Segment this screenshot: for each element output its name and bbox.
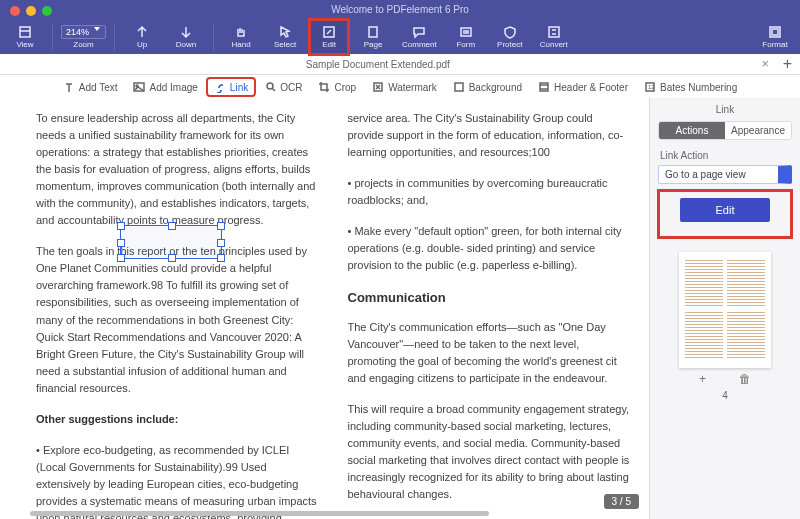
tab-add-button[interactable]: + (775, 55, 800, 73)
arrow-up-icon (135, 25, 149, 39)
resize-handle[interactable] (217, 222, 225, 230)
page-button[interactable]: Page (354, 20, 392, 54)
main-toolbar: View 214% Zoom Up Down Hand Select Edit … (0, 20, 800, 54)
edit-sub-toolbar: Add Text Add Image Link OCR Crop Waterma… (0, 75, 800, 100)
comment-icon (412, 25, 426, 39)
svg-rect-9 (772, 29, 778, 35)
shield-icon (503, 25, 517, 39)
resize-handle[interactable] (217, 239, 225, 247)
resize-handle[interactable] (168, 222, 176, 230)
link-selection-box[interactable] (120, 225, 222, 259)
format-button[interactable]: Format (756, 20, 794, 54)
page-thumbnail (679, 252, 771, 368)
format-icon (768, 25, 782, 39)
svg-rect-0 (20, 27, 30, 37)
background-button[interactable]: Background (447, 79, 528, 95)
panel-tabs: Actions Appearance (658, 121, 792, 140)
up-button[interactable]: Up (123, 20, 161, 54)
crop-button[interactable]: Crop (312, 79, 362, 95)
window-close-icon[interactable] (10, 6, 20, 16)
body-text: The ten goals in this report or the ten … (36, 243, 320, 396)
document-content: To ensure leadership across all departme… (0, 98, 649, 519)
window-title: Welcome to PDFelement 6 Pro (0, 0, 800, 20)
svg-rect-14 (455, 83, 463, 91)
thumb-add-icon[interactable]: + (699, 372, 706, 386)
bates-icon: 12 (644, 81, 656, 93)
edit-button[interactable]: Edit (310, 20, 348, 54)
panel-title: Link (650, 98, 800, 121)
convert-icon (547, 25, 561, 39)
document-tab[interactable]: Sample Document Extended.pdf (0, 59, 756, 70)
window-zoom-icon[interactable] (42, 6, 52, 16)
view-icon (18, 25, 32, 39)
ocr-icon (264, 81, 276, 93)
add-image-button[interactable]: Add Image (127, 79, 203, 95)
resize-handle[interactable] (168, 254, 176, 262)
svg-rect-4 (461, 28, 471, 36)
body-text: • projects in communities by overcoming … (348, 175, 632, 209)
hand-icon (234, 25, 248, 39)
select-button[interactable]: Select (266, 20, 304, 54)
page-counter: 3 / 5 (604, 494, 639, 509)
link-properties-panel: Link Actions Appearance Link Action Go t… (649, 98, 800, 519)
cursor-icon (278, 25, 292, 39)
tab-appearance[interactable]: Appearance (725, 122, 791, 139)
down-button[interactable]: Down (167, 20, 205, 54)
body-text: This will require a broad community enga… (348, 401, 632, 503)
watermark-button[interactable]: Watermark (366, 79, 443, 95)
link-edit-button[interactable]: Edit (680, 198, 770, 222)
svg-rect-15 (540, 83, 548, 91)
thumb-delete-icon[interactable]: 🗑 (739, 372, 751, 386)
arrow-down-icon (179, 25, 193, 39)
link-action-label: Link Action (650, 148, 800, 165)
body-text: service area. The City's Sustainability … (348, 110, 632, 161)
resize-handle[interactable] (217, 254, 225, 262)
page-icon (366, 25, 380, 39)
body-heading: Other suggestions include: (36, 411, 320, 428)
svg-rect-7 (549, 27, 559, 37)
zoom-dropdown[interactable]: 214% Zoom (61, 20, 106, 54)
ocr-button[interactable]: OCR (258, 79, 308, 95)
convert-button[interactable]: Convert (535, 20, 573, 54)
body-text: • Make every "default option" green, for… (348, 223, 632, 274)
form-icon (459, 25, 473, 39)
form-button[interactable]: Form (447, 20, 485, 54)
header-footer-button[interactable]: Header & Footer (532, 79, 634, 95)
header-footer-icon (538, 81, 550, 93)
window-minimize-icon[interactable] (26, 6, 36, 16)
background-icon (453, 81, 465, 93)
horizontal-scrollbar[interactable] (30, 511, 489, 516)
svg-text:12: 12 (648, 84, 655, 90)
resize-handle[interactable] (117, 222, 125, 230)
text-icon (63, 81, 75, 93)
add-text-button[interactable]: Add Text (57, 79, 124, 95)
document-view[interactable]: To ensure leadership across all departme… (0, 98, 649, 519)
thumb-page-number: 4 (679, 390, 771, 401)
link-button[interactable]: Link (208, 79, 254, 95)
resize-handle[interactable] (117, 239, 125, 247)
watermark-icon (372, 81, 384, 93)
section-heading: Communication (348, 288, 632, 308)
crop-icon (318, 81, 330, 93)
resize-handle[interactable] (117, 254, 125, 262)
bates-numbering-button[interactable]: 12Bates Numbering (638, 79, 743, 95)
tab-close-button[interactable]: × (756, 57, 775, 71)
svg-rect-3 (369, 27, 377, 37)
link-icon (214, 81, 226, 93)
protect-button[interactable]: Protect (491, 20, 529, 54)
tab-bar: Sample Document Extended.pdf × + (0, 54, 800, 75)
body-text: • Explore eco-budgeting, as recommended … (36, 442, 320, 519)
image-icon (133, 81, 145, 93)
body-text: The City's communication efforts—such as… (348, 319, 632, 387)
edit-icon (322, 25, 336, 39)
view-button[interactable]: View (6, 20, 44, 54)
target-page-thumbnail[interactable]: + 🗑 4 (679, 252, 771, 401)
tab-actions[interactable]: Actions (659, 122, 725, 139)
hand-button[interactable]: Hand (222, 20, 260, 54)
comment-button[interactable]: Comment (398, 20, 441, 54)
link-action-select[interactable]: Go to a page view (658, 165, 792, 184)
body-text: To ensure leadership across all departme… (36, 110, 320, 229)
